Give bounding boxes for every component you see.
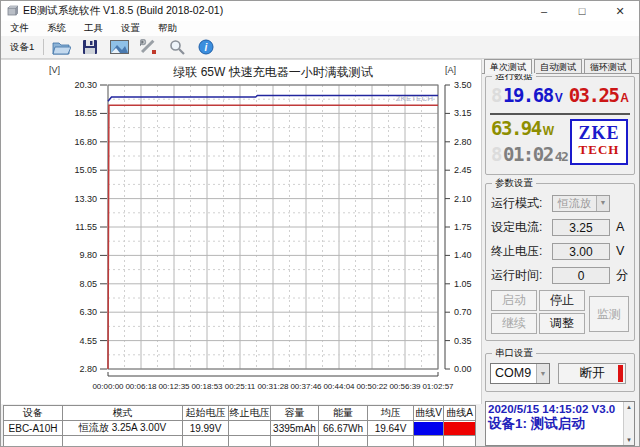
cutoff-voltage-label: 终止电压: xyxy=(491,243,552,260)
results-table: 设备 模式 起始电压 终止电压 容量 能量 均压 曲线V 曲线A EBC-A10… xyxy=(3,405,476,447)
end-voltage-cell xyxy=(229,421,271,436)
col-start-voltage: 起始电压 xyxy=(183,406,229,421)
log-line: 2020/5/15 14:15:02 V3.0 xyxy=(486,402,634,415)
minimize-button[interactable]: – xyxy=(525,1,563,21)
app-window: EB测试系统软件 V1.8.5 (Build 2018-02-01) – □ ✕… xyxy=(0,0,640,447)
close-button[interactable]: ✕ xyxy=(601,1,639,21)
run-data-group: 运行数据 819.68V 03.25A 63.94W 801:0242 xyxy=(485,76,635,175)
chevron-down-icon[interactable]: ▼ xyxy=(596,196,609,211)
col-end-voltage: 终止电压 xyxy=(229,406,271,421)
log-scrollbar[interactable]: ▲ ▼ xyxy=(623,402,634,445)
monitor-button[interactable]: 监测 xyxy=(589,296,629,332)
menu-system[interactable]: 系统 xyxy=(38,21,75,36)
y-axis-left-tick-label: 8.05 xyxy=(57,279,97,289)
maximize-button[interactable]: □ xyxy=(563,1,601,21)
zoom-icon[interactable] xyxy=(165,38,189,57)
start-voltage-cell: 19.99V xyxy=(183,421,229,436)
svg-text:ZKETECH: ZKETECH xyxy=(396,94,434,103)
scroll-down-icon[interactable]: ▼ xyxy=(624,435,634,445)
status-log: 2020/5/15 14:15:02 V3.0 设备1: 测试启动 ▲ ▼ xyxy=(485,401,635,446)
col-energy: 能量 xyxy=(319,406,368,421)
disconnect-label: 断开 xyxy=(580,365,605,382)
y-axis-left-tick-label: 9.80 xyxy=(57,250,97,260)
col-mode: 模式 xyxy=(63,406,183,421)
x-axis-tick-label: 01:02:57 xyxy=(418,382,458,391)
run-time-input[interactable]: 0 xyxy=(552,267,610,284)
table-row[interactable]: EBC-A10H 恒流放 3.25A 3.00V 19.99V 3395mAh … xyxy=(4,421,476,436)
scroll-up-icon[interactable]: ▲ xyxy=(624,402,634,412)
connection-indicator xyxy=(618,365,623,382)
col-curve-v: 曲线V xyxy=(414,406,444,421)
adjust-button[interactable]: 调整 xyxy=(539,313,585,334)
device-selector-button[interactable]: 设备1 xyxy=(6,39,38,56)
toolbar-separator xyxy=(43,39,44,55)
col-capacity: 容量 xyxy=(271,406,319,421)
y-axis-left-tick-label: 13.30 xyxy=(57,194,97,204)
tab-auto-test[interactable]: 自动测试 xyxy=(534,59,582,73)
start-button[interactable]: 启动 xyxy=(491,290,537,311)
y-axis-left-tick-label: 16.80 xyxy=(57,137,97,147)
disconnect-button[interactable]: 断开 xyxy=(558,363,626,384)
voltage-unit: V xyxy=(555,91,563,105)
graph-image-icon[interactable] xyxy=(107,38,131,57)
set-current-input[interactable]: 3.25 xyxy=(552,219,610,236)
ghost-digit: 8 xyxy=(491,84,503,106)
menu-file[interactable]: 文件 xyxy=(1,21,38,36)
run-mode-select[interactable]: 恒流放 ▼ xyxy=(552,195,610,212)
params-group-label: 参数设置 xyxy=(492,177,536,190)
info-icon[interactable]: i xyxy=(194,38,218,57)
device-cell: EBC-A10H xyxy=(4,421,63,436)
col-device: 设备 xyxy=(4,406,63,421)
tab-cycle-test[interactable]: 循环测试 xyxy=(584,59,632,73)
run-time-unit: 分 xyxy=(616,267,629,284)
menu-settings[interactable]: 设置 xyxy=(112,21,149,36)
power-unit: W xyxy=(543,124,554,138)
voltage-display: 819.68V xyxy=(491,84,563,106)
curve-a-cell xyxy=(444,421,476,436)
set-current-unit: A xyxy=(616,220,624,234)
app-icon xyxy=(6,5,18,17)
serial-group: 串口设置 COM9 ▼ 断开 xyxy=(485,353,635,392)
chevron-down-icon[interactable]: ▼ xyxy=(536,364,549,383)
y-axis-left-tick-label: 20.30 xyxy=(57,80,97,90)
save-icon[interactable] xyxy=(78,38,102,57)
set-current-label: 设定电流: xyxy=(491,219,552,236)
window-title: EB测试系统软件 V1.8.5 (Build 2018-02-01) xyxy=(23,4,223,18)
zketech-logo: ZKE TECH xyxy=(570,119,628,165)
energy-cell: 66.67Wh xyxy=(319,421,368,436)
table-header-row: 设备 模式 起始电压 终止电压 容量 能量 均压 曲线V 曲线A xyxy=(4,406,476,421)
avg-voltage-cell: 19.64V xyxy=(368,421,414,436)
tab-single-test[interactable]: 单次测试 xyxy=(484,59,532,74)
run-time-label: 运行时间: xyxy=(491,267,552,284)
cutoff-voltage-input[interactable]: 3.00 xyxy=(552,243,610,260)
display-separator xyxy=(490,113,630,115)
menu-tools[interactable]: 工具 xyxy=(75,21,112,36)
run-mode-label: 运行模式: xyxy=(491,195,552,212)
chart-panel: 绿联 65W 快速充电器一小时满载测试 [V] [A] ZKETECH 20.3… xyxy=(1,59,482,404)
menubar: 文件 系统 工具 设置 帮助 xyxy=(1,21,639,36)
y-axis-left-tick-label: 15.05 xyxy=(57,165,97,175)
menu-help[interactable]: 帮助 xyxy=(149,21,186,36)
serial-port-select[interactable]: COM9 ▼ xyxy=(490,363,550,384)
time-seconds: 42 xyxy=(555,149,570,164)
time-value: 01:02 xyxy=(503,143,555,165)
power-value: 63.94 xyxy=(491,117,543,139)
svg-text:i: i xyxy=(205,42,208,53)
tab-strip: 单次测试 自动测试 循环测试 xyxy=(484,59,634,74)
current-value: 03.25 xyxy=(569,84,621,106)
resume-button[interactable]: 继续 xyxy=(491,313,537,334)
time-display: 801:0242 xyxy=(491,143,569,165)
y-axis-left-tick-label: 2.80 xyxy=(57,364,97,374)
logo-line2: TECH xyxy=(572,143,626,157)
curve-v-cell xyxy=(414,421,444,436)
y-axis-left-tick-label: 4.55 xyxy=(57,336,97,346)
table-row-empty[interactable] xyxy=(4,436,476,447)
stop-button[interactable]: 停止 xyxy=(539,290,585,311)
current-unit: A xyxy=(620,91,629,105)
open-folder-icon[interactable] xyxy=(49,38,73,57)
y-axis-left-tick-label: 6.30 xyxy=(57,307,97,317)
toolbar: 设备1 xyxy=(1,36,639,59)
ghost-digit: 8 xyxy=(491,143,503,165)
tools-icon[interactable] xyxy=(136,38,160,57)
serial-port-value: COM9 xyxy=(491,364,536,383)
